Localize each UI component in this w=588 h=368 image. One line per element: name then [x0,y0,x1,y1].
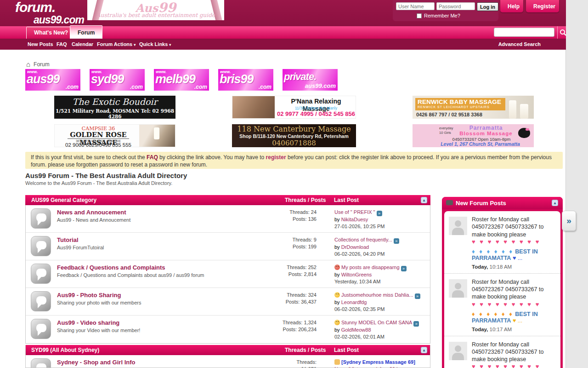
column-last-post: Last Post [334,347,359,353]
forum-icon [31,291,51,311]
site-header: forum. aus99.com Aus99 Australia's best … [0,0,566,26]
avatar [449,279,467,298]
search-button[interactable] [560,28,569,37]
collapse-button[interactable]: ▴ [552,200,558,206]
register-button[interactable]: Register [526,0,559,12]
nav-advanced-search[interactable]: Advanced Search [498,41,541,47]
last-post-link[interactable]: Use of " PREFIX " [334,209,375,215]
category-table-syd99: SYD99 (All About Sydney) Threads / Posts… [25,345,430,368]
forum-link[interactable]: Aus99 - Photo Sharing [57,292,121,299]
breadcrumb-label[interactable]: Forum [34,61,50,68]
speech-bubble-icon [446,200,453,205]
last-post-link[interactable]: Justsomehourhoe miss Dahlia... [341,292,413,298]
last-post-user[interactable]: NikitaDuesy [341,217,368,222]
forum-row: Aus99 - Photo Sharing Sharing your photo… [26,288,430,316]
ad-canterbury-massage[interactable]: 118 New Canterbury Massage Shop B/118-12… [232,124,356,147]
nav-quick-links[interactable]: Quick Links▾ [139,41,171,47]
list-item[interactable]: Roster for Monday call 0450723267 045073… [444,336,560,368]
candle-graphic [154,127,159,139]
ad-renwick-massage[interactable]: RENWICK BABY MASSAGE RENWICK ST LEICHHAR… [413,96,534,119]
banner-bris99[interactable]: www. bris99 .com [218,69,273,91]
forum-link[interactable]: Tutorial [57,236,79,243]
banner-syd99[interactable]: www. syd99 .com [90,69,145,91]
column-last-post: Last Post [334,197,359,203]
column-threads-posts: Threads / Posts [285,197,326,203]
last-post-link[interactable]: My posts are disappearng [341,264,400,270]
nav-calendar[interactable]: Calendar [72,41,93,47]
goto-last-post-icon[interactable]: » [413,321,419,327]
last-post-user[interactable]: GoldMeow88 [341,327,371,333]
forum-link[interactable]: News and Annoucement [57,209,126,216]
site-logo[interactable]: forum. aus99.com [15,0,84,25]
search-input[interactable] [494,28,554,37]
last-post-user[interactable]: Leonardfdg [341,299,367,305]
tab-forum[interactable]: Forum [70,25,102,39]
ad-exotic-boudoir[interactable]: The Exotic Boudoir 1/521 Military Road, … [54,96,175,119]
heart-icon: ♥ ... [513,255,522,261]
last-post-link[interactable]: Stunny MODEL On CAM SANA [341,320,412,325]
forum-link[interactable]: Feedback / Questions and Complaints [57,264,165,271]
hearts-emoji-row: ♥ ♥ ♥ ♥ ♥ ♥ ♥ ♥ ♥ [472,238,557,245]
smiley-icon [334,292,340,298]
banner-melb99[interactable]: www. melb99 .com [154,69,209,91]
nav-forum-actions[interactable]: Forum Actions▾ [97,41,136,47]
banner-aus99[interactable]: www. aus99 .com [25,69,80,91]
thumbs-up-icon [334,359,340,365]
site-banner-row: www. aus99 .com www. syd99 .com www. mel… [25,69,338,91]
header-banner-ad[interactable]: Aus99 Australia's best adult entertainme… [87,0,224,20]
forum-stats: Threads: 9Posts: 199 [269,236,317,250]
forum-icon [31,208,51,229]
hearts-emoji-row: ♥ ♥ ♥ ♥ ♥ ♥ ♥ ♥ ♥ [472,301,557,308]
ad-golden-rose-massage[interactable]: CAMPSIE 36 GOLDEN ROSE MASSAGE 36 NORTH … [54,124,175,147]
angry-face-icon [334,264,340,270]
forum-row: Sydney - Shop and Girl Info Talk about S… [26,355,430,368]
login-button[interactable]: Log in [477,2,498,11]
collapse-button[interactable]: ▴ [421,347,427,353]
forum-row: Tutorial Aus99 ForumTutoiral Threads: 9P… [26,233,430,260]
list-item[interactable]: Roster for Monday call 0450723267 045073… [444,274,560,336]
forum-stats: Threads:61,376 [269,359,317,368]
last-post-link[interactable]: [Sydney Empress Massage 69] [341,359,415,365]
forum-link[interactable]: Sydney - Shop and Girl Info [57,359,135,366]
goto-last-post-icon[interactable]: » [394,238,399,244]
remember-me-label: Remember Me? [424,13,460,18]
collapse-button[interactable]: ▴ [421,197,427,203]
ad-pnana-massage[interactable]: P'Nana Relaxing Massage 11/36 Sydney Rd.… [232,96,356,119]
forum-stats: Threads: 324Posts: 36,437 [269,292,317,305]
forum-link[interactable]: Aus99 - Video sharing [57,319,119,326]
column-threads-posts: Threads / Posts [285,347,326,353]
ad-blossom-massage[interactable]: everyday 10 Girls Parramatta Blossom Mas… [413,124,534,147]
ad-photo [232,96,275,119]
last-post-user[interactable]: DrDownload [341,244,369,250]
forum-stats: Threads: 1,324Posts: 206,234 [269,319,317,333]
goto-last-post-icon[interactable]: » [401,266,407,271]
forum-icon [31,236,51,256]
tab-whats-new[interactable]: What's New? [26,27,76,39]
last-post-link[interactable]: Nana (Vietnamese) Age 26 h [334,366,399,368]
banner-private-aus99[interactable]: private. aus99.com [283,69,338,91]
username-input[interactable] [396,2,435,10]
help-button[interactable]: Help [500,0,523,12]
home-icon[interactable]: ⌂ [26,60,30,68]
last-post: [Sydney Empress Massage 69] Nana (Vietna… [334,359,426,368]
sidebar-toggle-button[interactable]: » [562,211,576,231]
category-title[interactable]: SYD99 (All About Sydney) [31,347,99,353]
category-title[interactable]: AUS99 General Category [31,197,96,203]
remember-me-checkbox[interactable] [417,13,422,18]
ad-photo [139,125,175,147]
first-visit-notice: If this is your first visit, be sure to … [25,152,563,169]
fire-emoji-row: ♦ ♦ ♦ ♦ ♦ ♦ [472,310,514,317]
nav-faq[interactable]: FAQ [57,41,67,47]
list-item[interactable]: Roster for Monday call 0450723267 045073… [444,211,560,274]
password-input[interactable] [436,2,475,10]
nav-new-posts[interactable]: New Posts [28,41,53,47]
hearts-emoji-row: ♥ ♥ ♥ ♥ ♥ ♥ ♥ ♥ ♥ [472,363,557,368]
register-link[interactable]: register [266,154,286,161]
last-post-user[interactable]: WiltonGreens [341,272,372,277]
logo-line1: forum. [15,0,84,14]
last-post-link[interactable]: Collections of frequently... [334,237,392,242]
page-subtitle: Welcome to the Aus99 Forum - The Best Au… [25,180,172,186]
goto-last-post-icon[interactable]: » [415,293,420,299]
faq-link[interactable]: FAQ [147,154,158,161]
goto-last-post-icon[interactable]: » [377,211,382,216]
